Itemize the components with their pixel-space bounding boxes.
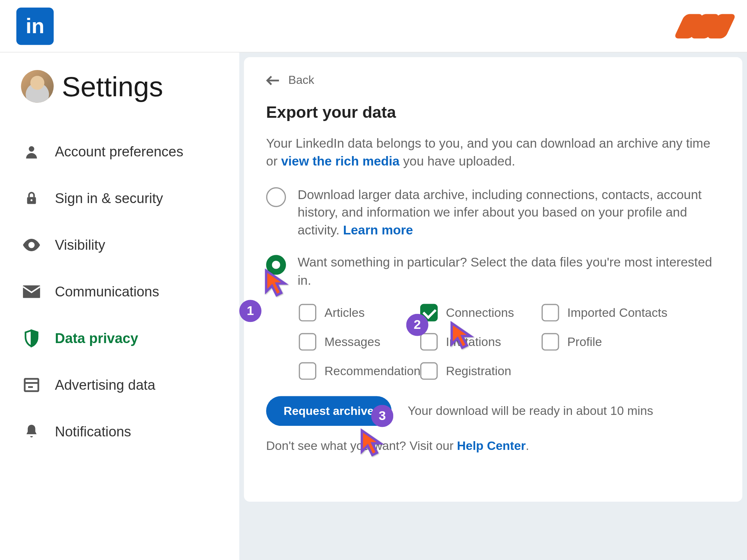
option-full-text: Download larger data archive, including … <box>298 186 720 240</box>
content: Settings Account preferences Sign in & s… <box>0 52 747 560</box>
checkbox-messages[interactable]: Messages <box>299 333 415 350</box>
annotation-badge-1: 1 <box>239 300 262 322</box>
option-particular-text: Want something in particular? Select the… <box>298 254 720 290</box>
brand-mark-icon <box>682 14 731 38</box>
sidebar-item-advertising[interactable]: Advertising data <box>21 362 239 408</box>
eye-icon <box>21 234 42 256</box>
ad-icon <box>21 374 42 396</box>
checkbox-profile[interactable]: Profile <box>542 333 670 350</box>
annotation-badge-2: 2 <box>406 314 429 336</box>
shield-icon <box>21 328 42 349</box>
action-row: Request archive Your download will be re… <box>266 396 720 426</box>
sidebar-item-label: Advertising data <box>55 377 155 393</box>
back-label: Back <box>288 74 314 87</box>
download-option-full[interactable]: Download larger data archive, including … <box>266 186 720 240</box>
sidebar-item-label: Account preferences <box>55 144 183 160</box>
sidebar-item-account[interactable]: Account preferences <box>21 128 239 175</box>
sidebar-item-label: Notifications <box>55 424 131 440</box>
lock-icon <box>21 188 42 209</box>
wait-note: Your download will be ready in about 10 … <box>408 404 653 417</box>
main-panel: Back Export your data Your LinkedIn data… <box>239 52 747 560</box>
sidebar: Settings Account preferences Sign in & s… <box>0 52 239 560</box>
sidebar-item-security[interactable]: Sign in & security <box>21 175 239 222</box>
sidebar-item-label: Data privacy <box>55 330 138 347</box>
sidebar-item-label: Communications <box>55 284 159 300</box>
arrow-left-icon <box>266 75 280 86</box>
avatar[interactable] <box>21 70 54 103</box>
sidebar-nav: Account preferences Sign in & security V… <box>21 128 239 455</box>
mail-icon <box>21 281 42 302</box>
bell-icon <box>21 421 42 442</box>
svg-point-2 <box>31 199 32 201</box>
checkbox-imported[interactable]: Imported Contacts <box>542 304 670 321</box>
page-title: Settings <box>62 70 163 102</box>
checkbox-grid: Articles Connections Imported Contacts M… <box>299 304 720 380</box>
sidebar-item-label: Visibility <box>55 237 105 253</box>
sidebar-item-communications[interactable]: Communications <box>21 268 239 315</box>
sidebar-item-privacy[interactable]: Data privacy <box>21 315 239 362</box>
user-icon <box>21 141 42 162</box>
header: in <box>0 0 747 52</box>
cursor-icon <box>449 321 475 352</box>
radio-full[interactable] <box>266 187 286 207</box>
cursor-icon <box>264 268 289 300</box>
sidebar-item-label: Sign in & security <box>55 190 163 207</box>
sidebar-item-notifications[interactable]: Notifications <box>21 408 239 455</box>
card-title: Export your data <box>266 103 720 122</box>
checkbox-invitations[interactable]: Invitations <box>420 333 537 350</box>
learn-more-link[interactable]: Learn more <box>343 223 413 238</box>
svg-rect-4 <box>25 379 38 391</box>
checkbox-recommendations[interactable]: Recommendations <box>299 362 415 380</box>
checkbox-registration[interactable]: Registration <box>420 362 537 380</box>
linkedin-logo[interactable]: in <box>16 7 54 44</box>
back-button[interactable]: Back <box>266 74 720 87</box>
download-option-particular[interactable]: Want something in particular? Select the… <box>266 254 720 290</box>
svg-point-0 <box>29 146 34 152</box>
card-description: Your LinkedIn data belongs to you, and y… <box>266 135 720 171</box>
sidebar-item-visibility[interactable]: Visibility <box>21 222 239 268</box>
annotation-badge-3: 3 <box>371 405 394 427</box>
help-center-link[interactable]: Help Center <box>457 439 526 452</box>
settings-card: Back Export your data Your LinkedIn data… <box>244 57 742 502</box>
checkbox-articles[interactable]: Articles <box>299 304 415 321</box>
checkbox-connections[interactable]: Connections <box>420 304 537 321</box>
settings-header: Settings <box>21 70 239 103</box>
cursor-icon <box>360 428 385 459</box>
rich-media-link[interactable]: view the rich media <box>281 154 400 168</box>
footer-text: Don't see what you want? Visit our Help … <box>266 439 720 452</box>
